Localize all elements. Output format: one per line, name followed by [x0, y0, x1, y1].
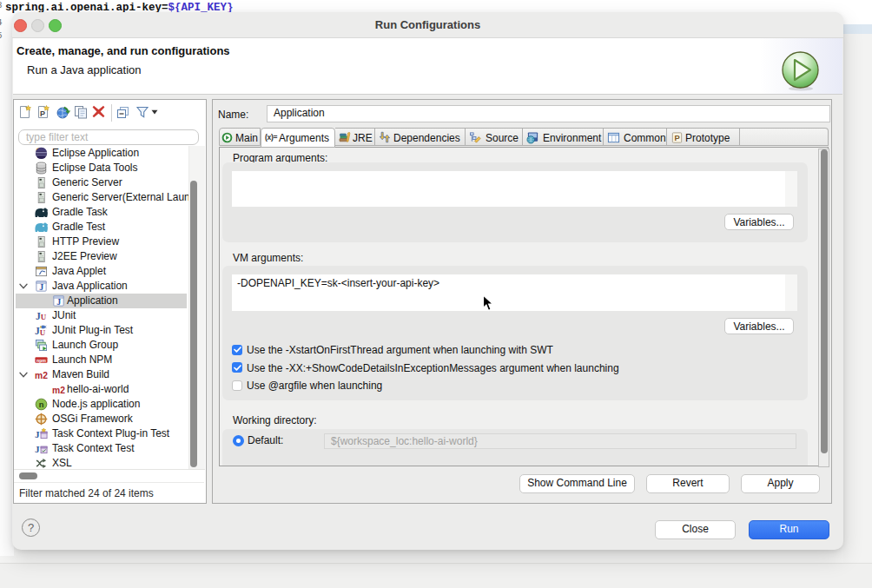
svg-text:m2: m2: [35, 370, 48, 380]
svg-text:J: J: [35, 443, 40, 453]
svg-text:J: J: [56, 296, 61, 306]
svg-text:U: U: [41, 313, 47, 321]
svg-text:P: P: [40, 109, 45, 118]
svg-text:m2: m2: [52, 385, 65, 394]
svg-text:U: U: [40, 327, 46, 336]
svg-text:n: n: [39, 400, 44, 409]
svg-text:npm: npm: [36, 357, 46, 362]
svg-text:J: J: [39, 281, 43, 291]
svg-text:J: J: [35, 428, 40, 439]
svg-text:P: P: [674, 134, 679, 142]
